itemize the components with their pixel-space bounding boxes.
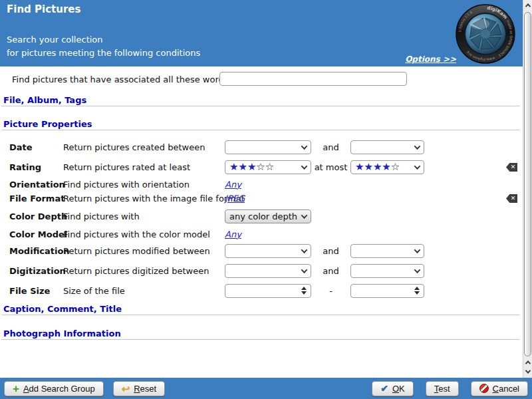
- orientation-desc: Find pictures with orientation: [63, 180, 190, 190]
- digitization-conjunction: and: [311, 266, 350, 276]
- rating-min-stars-empty: ☆☆: [256, 161, 274, 173]
- options-link[interactable]: Options >>: [405, 55, 456, 64]
- keyword-search-input[interactable]: [219, 72, 407, 86]
- section-caption-comment-title[interactable]: Caption, Comment, Title: [3, 304, 122, 314]
- date-from-combobox[interactable]: [225, 140, 311, 154]
- orientation-any-link[interactable]: Any: [225, 180, 241, 190]
- rating-min-stars: ★★★☆☆: [229, 162, 274, 172]
- dialog-button-bar: + Add Search Group ↩ Reset ✔ OK Test Can…: [0, 378, 532, 399]
- section-photograph-information[interactable]: Photograph Information: [3, 329, 121, 338]
- scroll-up-button-bottom[interactable]: [523, 358, 532, 367]
- rating-desc: Return pictures rated at least: [63, 162, 190, 172]
- date-desc: Return pictures created between: [63, 142, 205, 152]
- test-label: Test: [434, 384, 450, 394]
- chevron-down-icon: [301, 163, 308, 170]
- reset-button[interactable]: ↩ Reset: [113, 381, 166, 396]
- cancel-label: Cancel: [493, 384, 519, 394]
- checkmark-icon: ✔: [380, 384, 388, 393]
- rating-max-combobox[interactable]: ★★★★☆: [350, 160, 424, 174]
- section-file-album-tags[interactable]: File, Album, Tags: [3, 95, 86, 105]
- test-button[interactable]: Test: [426, 381, 459, 396]
- spinbox-arrows-icon: [301, 287, 307, 295]
- search-dialog-content: Find Pictures Search your collection for…: [0, 0, 523, 378]
- orientation-row: Orientation Find pictures with orientati…: [0, 177, 523, 192]
- section-divider: [1, 339, 520, 340]
- chevron-up-icon: [525, 3, 531, 9]
- rating-label: Rating: [9, 162, 41, 172]
- chevron-down-icon: [414, 247, 421, 253]
- digikam-logo: digiKam made as OPEN SOURCE www.digikam.…: [455, 3, 516, 65]
- rating-max-stars-filled: ★★★★: [355, 161, 391, 173]
- reset-label: Reset: [134, 384, 156, 394]
- color-depth-combobox[interactable]: any color depth: [225, 209, 311, 223]
- color-model-any-link[interactable]: Any: [225, 229, 241, 239]
- scroll-down-button[interactable]: [523, 367, 532, 376]
- file-size-desc: Size of the file: [63, 286, 125, 296]
- chevron-down-icon: [301, 212, 308, 219]
- modification-label: Modification: [9, 246, 70, 256]
- rating-max-stars-empty: ☆: [391, 161, 400, 173]
- chevron-up-icon: [525, 360, 531, 366]
- digitization-to-combobox[interactable]: [350, 264, 424, 278]
- spinbox-arrows-icon: [414, 287, 420, 295]
- file-size-row: File Size Size of the file -: [0, 283, 523, 298]
- subtitle-line2: for pictures meeting the following condi…: [7, 48, 200, 58]
- subtitle-line1: Search your collection: [7, 35, 103, 45]
- ok-button[interactable]: ✔ OK: [372, 381, 414, 396]
- color-model-row: Color Model Find pictures with the color…: [0, 227, 523, 241]
- chevron-down-icon: [525, 368, 531, 373]
- rating-max-stars: ★★★★☆: [355, 162, 400, 172]
- vertical-scrollbar[interactable]: [523, 0, 532, 378]
- remove-file-format-field-button[interactable]: ✕: [506, 194, 517, 203]
- scroll-up-button[interactable]: [523, 1, 532, 10]
- file-format-desc: Return pictures with the image file form…: [63, 194, 245, 203]
- rating-min-stars-filled: ★★★: [229, 161, 256, 173]
- chevron-down-icon: [414, 143, 421, 150]
- add-search-group-label: Add Search Group: [23, 384, 95, 394]
- chevron-down-icon: [414, 163, 421, 170]
- file-format-jpeg-link[interactable]: JPEG: [225, 194, 245, 203]
- add-search-group-button[interactable]: + Add Search Group: [4, 381, 104, 396]
- digitization-from-combobox[interactable]: [225, 264, 311, 278]
- section-divider: [1, 315, 520, 315]
- no-entry-icon: [479, 384, 489, 393]
- date-label: Date: [9, 142, 33, 152]
- chevron-down-icon: [301, 267, 308, 273]
- orientation-label: Orientation: [9, 180, 65, 190]
- date-to-combobox[interactable]: [350, 140, 424, 154]
- digitization-label: Digitization: [9, 266, 66, 276]
- file-size-max-spinbox[interactable]: [350, 284, 424, 298]
- rating-min-combobox[interactable]: ★★★☆☆: [225, 160, 311, 174]
- modification-to-combobox[interactable]: [350, 244, 424, 258]
- section-picture-properties[interactable]: Picture Properties: [3, 119, 92, 129]
- color-depth-row: Color Depth Find pictures with any color…: [0, 209, 523, 223]
- modification-desc: Return pictures modified between: [63, 246, 210, 256]
- scrollbar-thumb[interactable]: [524, 12, 531, 356]
- page-title: Find Pictures: [7, 3, 80, 15]
- file-size-min-spinbox[interactable]: [225, 284, 311, 298]
- section-divider: [1, 106, 520, 106]
- file-size-conjunction: -: [311, 286, 350, 296]
- digitization-desc: Return pictures digitized between: [63, 266, 209, 276]
- color-model-label: Color Model: [9, 229, 67, 239]
- chevron-down-icon: [414, 267, 421, 273]
- modification-row: Modification Return pictures modified be…: [0, 243, 523, 258]
- chevron-down-icon: [301, 247, 308, 253]
- color-model-desc: Find pictures with the color model: [63, 229, 210, 239]
- keyword-search-label: Find pictures that have associated all t…: [12, 74, 231, 84]
- rating-conjunction: at most: [311, 162, 350, 172]
- section-divider: [1, 130, 520, 130]
- color-depth-label: Color Depth: [9, 211, 67, 221]
- modification-conjunction: and: [311, 246, 350, 256]
- chevron-down-icon: [301, 143, 308, 150]
- undo-icon: ↩: [122, 384, 130, 394]
- file-format-row: File Format Return pictures with the ima…: [0, 191, 523, 205]
- digitization-row: Digitization Return pictures digitized b…: [0, 263, 523, 278]
- cancel-button[interactable]: Cancel: [471, 381, 528, 396]
- ok-label: OK: [392, 384, 405, 394]
- color-depth-desc: Find pictures with: [63, 211, 140, 221]
- modification-from-combobox[interactable]: [225, 244, 311, 258]
- rating-row: Rating Return pictures rated at least ★★…: [0, 160, 523, 174]
- file-size-label: File Size: [9, 286, 50, 296]
- remove-rating-field-button[interactable]: ✕: [506, 163, 517, 172]
